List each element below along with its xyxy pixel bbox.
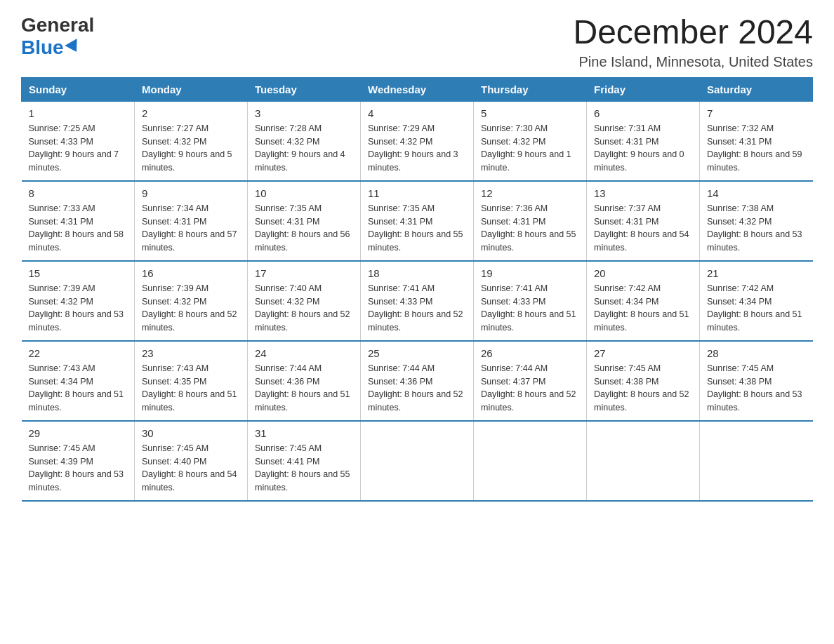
table-row: 24 Sunrise: 7:44 AM Sunset: 4:36 PM Dayl… (248, 341, 361, 421)
col-thursday: Thursday (474, 77, 587, 101)
day-number: 22 (29, 347, 128, 359)
table-row (587, 421, 700, 501)
day-number: 9 (142, 187, 240, 199)
col-sunday: Sunday (22, 77, 135, 101)
table-row: 26 Sunrise: 7:44 AM Sunset: 4:37 PM Dayl… (474, 341, 587, 421)
day-number: 13 (594, 187, 692, 199)
daylight-label: Daylight: 8 hours and 57 minutes. (142, 229, 237, 253)
day-number: 19 (481, 267, 579, 279)
table-row: 14 Sunrise: 7:38 AM Sunset: 4:32 PM Dayl… (700, 181, 813, 261)
table-row: 12 Sunrise: 7:36 AM Sunset: 4:31 PM Dayl… (474, 181, 587, 261)
sunrise-label: Sunrise: 7:34 AM (142, 203, 208, 213)
sunrise-label: Sunrise: 7:45 AM (255, 443, 322, 453)
table-row: 9 Sunrise: 7:34 AM Sunset: 4:31 PM Dayli… (135, 181, 248, 261)
col-saturday: Saturday (700, 77, 813, 101)
sunset-label: Sunset: 4:32 PM (255, 297, 319, 307)
sunset-label: Sunset: 4:32 PM (481, 137, 545, 147)
day-info: Sunrise: 7:45 AM Sunset: 4:38 PM Dayligh… (707, 362, 806, 415)
table-row: 4 Sunrise: 7:29 AM Sunset: 4:32 PM Dayli… (361, 101, 474, 181)
day-info: Sunrise: 7:44 AM Sunset: 4:36 PM Dayligh… (368, 362, 466, 415)
table-row: 8 Sunrise: 7:33 AM Sunset: 4:31 PM Dayli… (22, 181, 135, 261)
day-number: 27 (594, 347, 692, 359)
col-wednesday: Wednesday (361, 77, 474, 101)
table-row (361, 421, 474, 501)
month-title: December 2024 (573, 14, 813, 51)
col-friday: Friday (587, 77, 700, 101)
table-row: 25 Sunrise: 7:44 AM Sunset: 4:36 PM Dayl… (361, 341, 474, 421)
day-number: 28 (707, 347, 806, 359)
day-info: Sunrise: 7:42 AM Sunset: 4:34 PM Dayligh… (707, 282, 806, 335)
day-number: 14 (707, 187, 806, 199)
sunrise-label: Sunrise: 7:42 AM (594, 283, 661, 293)
daylight-label: Daylight: 8 hours and 53 minutes. (29, 309, 124, 333)
day-info: Sunrise: 7:43 AM Sunset: 4:34 PM Dayligh… (29, 362, 128, 415)
logo-general-text: General (21, 14, 94, 36)
day-info: Sunrise: 7:43 AM Sunset: 4:35 PM Dayligh… (142, 362, 240, 415)
daylight-label: Daylight: 8 hours and 52 minutes. (594, 389, 689, 412)
calendar-header: Sunday Monday Tuesday Wednesday Thursday… (22, 77, 813, 101)
day-info: Sunrise: 7:40 AM Sunset: 4:32 PM Dayligh… (255, 282, 353, 335)
sunrise-label: Sunrise: 7:27 AM (142, 123, 208, 133)
sunset-label: Sunset: 4:38 PM (594, 377, 658, 387)
sunrise-label: Sunrise: 7:39 AM (142, 283, 208, 293)
table-row: 17 Sunrise: 7:40 AM Sunset: 4:32 PM Dayl… (248, 261, 361, 341)
calendar-body: 1 Sunrise: 7:25 AM Sunset: 4:33 PM Dayli… (22, 101, 813, 501)
day-number: 16 (142, 267, 240, 279)
daylight-label: Daylight: 8 hours and 53 minutes. (29, 469, 124, 492)
sunrise-label: Sunrise: 7:44 AM (255, 363, 322, 373)
sunset-label: Sunset: 4:32 PM (142, 297, 206, 307)
sunrise-label: Sunrise: 7:36 AM (481, 203, 548, 213)
sunrise-label: Sunrise: 7:45 AM (707, 363, 774, 373)
sunset-label: Sunset: 4:34 PM (594, 297, 658, 307)
sunset-label: Sunset: 4:41 PM (255, 457, 319, 467)
day-number: 7 (707, 107, 806, 119)
table-row (700, 421, 813, 501)
sunrise-label: Sunrise: 7:44 AM (481, 363, 548, 373)
table-row: 11 Sunrise: 7:35 AM Sunset: 4:31 PM Dayl… (361, 181, 474, 261)
day-number: 3 (255, 107, 353, 119)
daylight-label: Daylight: 8 hours and 52 minutes. (481, 389, 576, 412)
sunrise-label: Sunrise: 7:38 AM (707, 203, 774, 213)
table-row: 27 Sunrise: 7:45 AM Sunset: 4:38 PM Dayl… (587, 341, 700, 421)
daylight-label: Daylight: 8 hours and 55 minutes. (481, 229, 576, 253)
table-row (474, 421, 587, 501)
sunset-label: Sunset: 4:32 PM (368, 137, 432, 147)
daylight-label: Daylight: 8 hours and 51 minutes. (142, 389, 237, 412)
day-number: 10 (255, 187, 353, 199)
sunset-label: Sunset: 4:34 PM (29, 377, 93, 387)
sunrise-label: Sunrise: 7:45 AM (29, 443, 95, 453)
sunset-label: Sunset: 4:32 PM (29, 297, 93, 307)
daylight-label: Daylight: 8 hours and 55 minutes. (255, 469, 350, 492)
daylight-label: Daylight: 8 hours and 54 minutes. (142, 469, 237, 492)
sunset-label: Sunset: 4:31 PM (594, 137, 658, 147)
table-row: 29 Sunrise: 7:45 AM Sunset: 4:39 PM Dayl… (22, 421, 135, 501)
day-number: 21 (707, 267, 806, 279)
sunrise-label: Sunrise: 7:35 AM (368, 203, 435, 213)
daylight-label: Daylight: 8 hours and 52 minutes. (255, 309, 350, 333)
sunset-label: Sunset: 4:40 PM (142, 457, 206, 467)
day-number: 17 (255, 267, 353, 279)
day-info: Sunrise: 7:45 AM Sunset: 4:38 PM Dayligh… (594, 362, 692, 415)
table-row: 18 Sunrise: 7:41 AM Sunset: 4:33 PM Dayl… (361, 261, 474, 341)
sunset-label: Sunset: 4:31 PM (707, 137, 772, 147)
daylight-label: Daylight: 8 hours and 51 minutes. (29, 389, 124, 412)
table-row: 31 Sunrise: 7:45 AM Sunset: 4:41 PM Dayl… (248, 421, 361, 501)
day-number: 30 (142, 427, 240, 439)
daylight-label: Daylight: 9 hours and 5 minutes. (142, 149, 232, 173)
daylight-label: Daylight: 8 hours and 52 minutes. (142, 309, 237, 333)
sunset-label: Sunset: 4:32 PM (255, 137, 319, 147)
sunrise-label: Sunrise: 7:32 AM (707, 123, 774, 133)
sunrise-label: Sunrise: 7:41 AM (481, 283, 548, 293)
sunset-label: Sunset: 4:36 PM (255, 377, 319, 387)
sunrise-label: Sunrise: 7:30 AM (481, 123, 548, 133)
table-row: 3 Sunrise: 7:28 AM Sunset: 4:32 PM Dayli… (248, 101, 361, 181)
logo: General Blue (21, 14, 94, 59)
sunset-label: Sunset: 4:32 PM (707, 217, 772, 227)
daylight-label: Daylight: 8 hours and 51 minutes. (255, 389, 350, 412)
table-row: 28 Sunrise: 7:45 AM Sunset: 4:38 PM Dayl… (700, 341, 813, 421)
day-info: Sunrise: 7:33 AM Sunset: 4:31 PM Dayligh… (29, 202, 128, 255)
daylight-label: Daylight: 8 hours and 53 minutes. (707, 229, 802, 253)
day-info: Sunrise: 7:41 AM Sunset: 4:33 PM Dayligh… (481, 282, 579, 335)
table-row: 20 Sunrise: 7:42 AM Sunset: 4:34 PM Dayl… (587, 261, 700, 341)
calendar-week-row: 8 Sunrise: 7:33 AM Sunset: 4:31 PM Dayli… (22, 181, 813, 261)
